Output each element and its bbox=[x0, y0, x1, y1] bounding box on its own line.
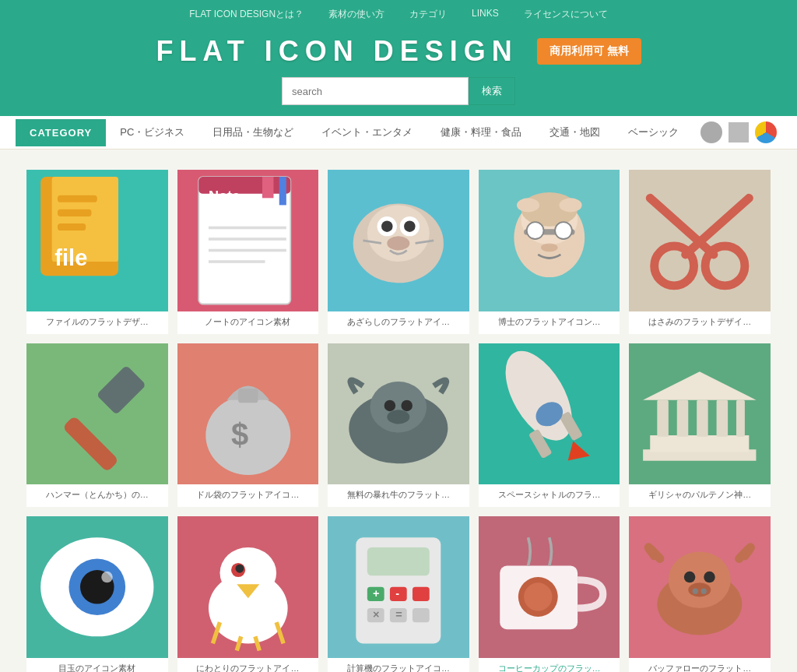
svg-point-86 bbox=[684, 572, 696, 583]
icon-svg-13 bbox=[479, 516, 620, 658]
icon-item-9[interactable]: ギリシャのパルテノン神… bbox=[629, 343, 771, 508]
svg-rect-55 bbox=[677, 399, 689, 436]
icon-label-2: あざらしのフラットアイ… bbox=[328, 311, 469, 334]
icon-item-4[interactable]: はさみのフラットデザイ… bbox=[629, 170, 771, 334]
cat-event[interactable]: イベント・エンタメ bbox=[307, 116, 427, 149]
nav-category[interactable]: カテゴリ bbox=[409, 8, 447, 21]
site-title: FLAT ICON DESIGN bbox=[156, 35, 518, 68]
nav-about[interactable]: FLAT ICON DESIGNとは？ bbox=[189, 8, 304, 21]
icon-item-13[interactable]: コーヒーカップのフラッ… bbox=[479, 516, 620, 672]
icon-label-10: 目玉のアイコン素材 bbox=[26, 658, 168, 672]
icon-item-14[interactable]: バッファローのフラット… bbox=[629, 516, 771, 672]
top-nav: FLAT ICON DESIGNとは？ 素材の使い方 カテゴリ LINKS ライ… bbox=[0, 0, 797, 27]
svg-point-83 bbox=[524, 583, 552, 611]
icon-box-12: + - × = bbox=[328, 516, 469, 658]
icon-grid: file ファイルのフラットデザ… Note Book ノートのアイコン素材 あ… bbox=[0, 150, 797, 672]
icon-label-0: ファイルのフラットデザ… bbox=[26, 311, 168, 334]
nav-license[interactable]: ライセンスについて bbox=[524, 8, 608, 21]
icon-box-3 bbox=[479, 170, 620, 311]
svg-rect-41 bbox=[238, 389, 258, 403]
category-nav: CATEGORY PC・ビジネス 日用品・生物など イベント・エンタメ 健康・料… bbox=[0, 116, 797, 150]
svg-rect-13 bbox=[209, 237, 286, 241]
free-badge: 商用利用可 無料 bbox=[537, 38, 641, 65]
icon-svg-3 bbox=[479, 170, 620, 311]
icon-svg-1: Note Book bbox=[177, 170, 319, 311]
svg-rect-2 bbox=[58, 195, 97, 202]
icon-box-5 bbox=[26, 343, 168, 485]
icon-label-9: ギリシャのパルテノン神… bbox=[629, 484, 771, 507]
icon-item-11[interactable]: にわとりのフラットアイ… bbox=[177, 516, 319, 672]
svg-point-47 bbox=[387, 410, 409, 424]
icon-box-2 bbox=[328, 170, 469, 311]
svg-point-87 bbox=[704, 572, 716, 583]
cat-health[interactable]: 健康・料理・食品 bbox=[427, 116, 535, 149]
nav-links[interactable]: LINKS bbox=[472, 8, 499, 21]
svg-point-20 bbox=[381, 220, 393, 232]
svg-rect-9 bbox=[279, 177, 286, 205]
icon-box-13 bbox=[479, 516, 620, 658]
svg-rect-38 bbox=[97, 364, 146, 414]
filter-color[interactable] bbox=[755, 121, 777, 143]
icon-label-14: バッファローのフラット… bbox=[629, 658, 771, 672]
svg-point-88 bbox=[689, 583, 711, 597]
icon-item-10[interactable]: 目玉のアイコン素材 bbox=[26, 516, 168, 672]
search-button[interactable]: 検索 bbox=[469, 77, 515, 105]
icon-label-6: ドル袋のフラットアイコ… bbox=[177, 484, 319, 507]
svg-point-22 bbox=[387, 236, 409, 250]
icon-svg-7 bbox=[328, 343, 469, 485]
icon-item-6[interactable]: $ ドル袋のフラットアイコ… bbox=[177, 343, 319, 508]
svg-text:$: $ bbox=[231, 417, 248, 451]
svg-point-21 bbox=[404, 220, 416, 232]
svg-rect-14 bbox=[209, 249, 286, 252]
icon-box-6: $ bbox=[177, 343, 319, 485]
svg-point-68 bbox=[235, 565, 244, 573]
icon-box-1: Note Book bbox=[177, 170, 319, 311]
icon-svg-10 bbox=[26, 516, 168, 658]
icon-svg-11 bbox=[177, 516, 319, 658]
icon-item-8[interactable]: スペースシャトルのフラ… bbox=[479, 343, 620, 508]
svg-point-32 bbox=[517, 198, 539, 212]
icon-item-12[interactable]: + - × = 計算機のフラットアイコ… bbox=[328, 516, 469, 672]
header: FLAT ICON DESIGNとは？ 素材の使い方 カテゴリ LINKS ライ… bbox=[0, 0, 797, 116]
cat-pc[interactable]: PC・ビジネス bbox=[106, 116, 198, 149]
icon-item-7[interactable]: 無料の暴れ牛のフラット… bbox=[328, 343, 469, 508]
cat-basic[interactable]: ベーシック bbox=[614, 116, 693, 149]
filter-square[interactable] bbox=[729, 122, 749, 142]
svg-rect-3 bbox=[58, 209, 92, 216]
icon-item-0[interactable]: file ファイルのフラットデザ… bbox=[26, 170, 168, 334]
icon-item-2[interactable]: あざらしのフラットアイ… bbox=[328, 170, 469, 334]
svg-point-33 bbox=[559, 198, 581, 212]
icon-label-5: ハンマー（とんかち）の… bbox=[26, 484, 168, 507]
svg-text:=: = bbox=[395, 608, 402, 621]
svg-rect-57 bbox=[717, 399, 729, 436]
icon-label-7: 無料の暴れ牛のフラット… bbox=[328, 484, 469, 507]
icon-svg-6: $ bbox=[177, 343, 319, 485]
icon-label-1: ノートのアイコン素材 bbox=[177, 311, 319, 334]
svg-rect-39 bbox=[62, 415, 119, 472]
icon-label-4: はさみのフラットデザイ… bbox=[629, 311, 771, 334]
nav-usage[interactable]: 素材の使い方 bbox=[328, 8, 384, 21]
svg-point-31 bbox=[541, 243, 558, 252]
search-input[interactable] bbox=[282, 77, 469, 105]
icon-item-3[interactable]: 博士のフラットアイコン… bbox=[479, 170, 620, 334]
svg-text:+: + bbox=[373, 587, 379, 600]
svg-point-90 bbox=[701, 589, 707, 594]
icon-svg-4 bbox=[629, 170, 771, 311]
svg-rect-56 bbox=[697, 399, 709, 436]
icon-item-1[interactable]: Note Book ノートのアイコン素材 bbox=[177, 170, 319, 334]
category-label: CATEGORY bbox=[16, 119, 106, 146]
svg-text:file: file bbox=[54, 245, 87, 270]
cat-daily[interactable]: 日用品・生物など bbox=[198, 116, 307, 149]
svg-point-89 bbox=[693, 589, 698, 594]
svg-rect-70 bbox=[367, 547, 430, 575]
icon-box-8 bbox=[479, 343, 620, 485]
cat-transport[interactable]: 交通・地図 bbox=[535, 116, 614, 149]
icon-label-12: 計算機のフラットアイコ… bbox=[328, 658, 469, 672]
svg-rect-15 bbox=[209, 260, 265, 263]
svg-rect-4 bbox=[58, 223, 86, 230]
svg-point-46 bbox=[402, 399, 413, 411]
search-area: 検索 bbox=[0, 77, 797, 116]
svg-point-45 bbox=[384, 399, 396, 411]
filter-circle[interactable] bbox=[700, 121, 722, 143]
icon-item-5[interactable]: ハンマー（とんかち）の… bbox=[26, 343, 168, 508]
